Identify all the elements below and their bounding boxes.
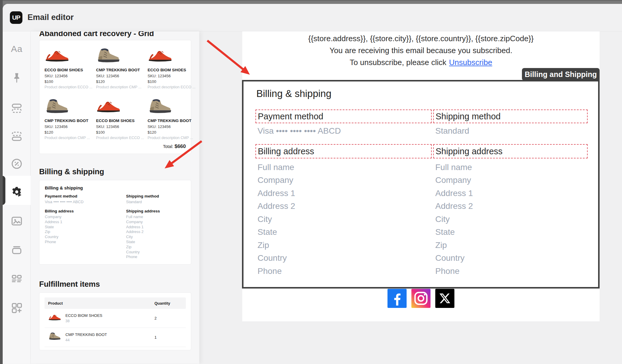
product-sku: SKU: 123456 bbox=[148, 124, 195, 129]
payment-method-value: Visa •••• •••• •••• ABCD bbox=[45, 200, 126, 204]
shipping-address-line: Country bbox=[126, 250, 186, 255]
desktop-backdrop-top bbox=[0, 0, 622, 4]
address-field: Address 1 bbox=[435, 187, 473, 200]
billing-address-line: Address 1 bbox=[45, 220, 126, 225]
fulfillment-product-name: ECCO BIOM SHOES bbox=[65, 313, 102, 318]
product-price: $120 bbox=[148, 130, 195, 135]
payment-method-block[interactable]: Payment method bbox=[255, 109, 432, 123]
payment-method-label: Payment method bbox=[45, 194, 126, 198]
product-name: CMP TREKKING BOOT bbox=[96, 68, 144, 72]
sidebar-item-add-block[interactable] bbox=[3, 301, 31, 315]
up-logo: UP bbox=[10, 11, 22, 24]
payment-method-value: Visa •••• •••• •••• ABCD bbox=[258, 125, 341, 137]
billing-preview-left-column: Payment method Visa •••• •••• •••• ABCD … bbox=[45, 194, 126, 260]
billing-preview-right-column: Shipping method Standard Shipping addres… bbox=[126, 194, 186, 260]
unsubscribe-prefix: To unsubscribe, please click bbox=[350, 58, 446, 67]
shipping-address-line: Zip bbox=[126, 245, 186, 250]
add-block-icon bbox=[10, 301, 23, 314]
product-name: ECCO BIOM SHOES bbox=[148, 68, 195, 72]
product-price: $120 bbox=[45, 130, 92, 135]
facebook-icon[interactable] bbox=[387, 289, 407, 308]
fulfillment-table-header: Product Quantity bbox=[45, 297, 186, 309]
product-cell: ECCO BIOM SHOES SKU: 123456 $100 Product… bbox=[45, 45, 92, 89]
sidebar-item-automation-settings[interactable] bbox=[3, 185, 31, 199]
sidebar-item-footer-section[interactable] bbox=[3, 129, 31, 143]
store-address-line: {{store.address}}, {{store.city}}, {{sto… bbox=[242, 33, 600, 44]
template-card-abandoned-cart-grid[interactable]: ECCO BIOM SHOES SKU: 123456 $100 Product… bbox=[39, 40, 191, 154]
product-cell: ECCO BIOM SHOES SKU: 123456 $100 Product… bbox=[96, 96, 144, 140]
email-footer-text: {{store.address}}, {{store.city}}, {{sto… bbox=[242, 31, 600, 68]
product-price: $100 bbox=[45, 79, 92, 84]
unsubscribe-line: To unsubscribe, please clickUnsubscribe bbox=[242, 56, 600, 68]
address-field: City bbox=[435, 213, 473, 226]
shipping-method-value: Standard bbox=[435, 125, 469, 137]
fulfillment-product-variant: 38 bbox=[65, 319, 102, 323]
product-sku: SKU: 123456 bbox=[45, 124, 92, 129]
billing-address-fields: Full name Company Address 1 Address 2 Ci… bbox=[258, 161, 295, 278]
address-field: State bbox=[435, 226, 473, 239]
product-sku: SKU: 123456 bbox=[96, 74, 144, 78]
address-field: Country bbox=[258, 252, 295, 265]
section-footer-icon bbox=[10, 129, 23, 143]
icon-sidebar: Aa bbox=[3, 31, 31, 364]
product-price: $100 bbox=[148, 79, 195, 84]
billing-shipping-section[interactable]: Billing & shipping Payment method Shippi… bbox=[242, 80, 600, 289]
product-image-boot bbox=[148, 96, 195, 115]
template-card-fulfillment[interactable]: Product Quantity ECCO BIOM SHOES 38 2 bbox=[39, 292, 191, 350]
sidebar-item-header-section[interactable] bbox=[3, 101, 31, 115]
product-description: Product description CMP ... bbox=[148, 136, 195, 140]
product-thumb-sneaker bbox=[48, 312, 61, 324]
selection-badge: Billing and Shipping bbox=[522, 68, 600, 81]
address-field: Phone bbox=[258, 265, 295, 278]
product-cell: CMP TREKKING BOOT SKU: 123456 $120 Produ… bbox=[96, 45, 144, 89]
x-twitter-icon[interactable] bbox=[435, 289, 454, 308]
product-sku: SKU: 123456 bbox=[96, 124, 144, 129]
product-description: Product description CMP ... bbox=[96, 85, 144, 89]
product-description: Product description CMP ... bbox=[45, 136, 92, 140]
cart-total-value: $660 bbox=[174, 144, 186, 149]
shipping-method-label: Shipping method bbox=[434, 112, 501, 121]
shipping-method-label: Shipping method bbox=[126, 194, 186, 198]
sidebar-active-indicator bbox=[3, 176, 5, 205]
address-field: Zip bbox=[258, 239, 295, 252]
fulfillment-product-name: CMP TREKKING BOOT bbox=[65, 332, 107, 337]
address-field: Address 2 bbox=[258, 200, 295, 213]
sidebar-item-discount[interactable] bbox=[3, 157, 31, 171]
page-title: Email editor bbox=[27, 13, 74, 22]
address-field: State bbox=[258, 226, 295, 239]
section-header-icon bbox=[10, 101, 23, 115]
fulfillment-quantity: 1 bbox=[154, 335, 186, 340]
address-field: Address 2 bbox=[435, 200, 473, 213]
sidebar-item-container[interactable] bbox=[3, 243, 31, 257]
app-window: UP Email editor Aa bbox=[3, 4, 622, 364]
product-price: $100 bbox=[96, 130, 144, 135]
address-field: Zip bbox=[435, 239, 473, 252]
shipping-method-block[interactable]: Shipping method bbox=[433, 109, 588, 123]
shipping-address-block[interactable]: Shipping address bbox=[433, 144, 588, 158]
shipping-address-line: Company bbox=[126, 220, 186, 225]
address-field: Phone bbox=[435, 265, 473, 278]
sidebar-item-product-list[interactable] bbox=[3, 272, 31, 286]
product-name: ECCO BIOM SHOES bbox=[96, 118, 144, 123]
sidebar-item-typography[interactable]: Aa bbox=[3, 42, 31, 56]
billing-address-line: Company bbox=[45, 215, 126, 220]
pin-icon bbox=[10, 72, 23, 85]
image-icon bbox=[10, 215, 23, 228]
app-header: UP Email editor bbox=[3, 4, 622, 31]
table-row: ECCO BIOM SHOES 38 2 bbox=[45, 309, 186, 328]
instagram-icon[interactable] bbox=[411, 289, 431, 308]
unsubscribe-link[interactable]: Unsubscribe bbox=[449, 58, 492, 67]
sidebar-item-image[interactable] bbox=[3, 214, 31, 228]
billing-address-block[interactable]: Billing address bbox=[255, 144, 432, 158]
billing-address-label: Billing address bbox=[256, 146, 314, 156]
address-field: Company bbox=[258, 174, 295, 187]
sidebar-item-pinned[interactable] bbox=[3, 71, 31, 85]
templates-panel: Abandoned cart recovery - Grid ECCO BIOM… bbox=[31, 31, 199, 364]
template-card-billing-shipping[interactable]: Billing & shipping Payment method Visa •… bbox=[39, 180, 191, 265]
billing-preview-title: Billing & shipping bbox=[45, 185, 186, 190]
product-cell: CMP TREKKING BOOT SKU: 123456 $120 Produ… bbox=[148, 96, 195, 140]
product-cell: ECCO BIOM SHOES SKU: 123456 $100 Product… bbox=[148, 45, 195, 89]
product-sku: SKU: 123456 bbox=[45, 74, 92, 78]
container-icon bbox=[10, 243, 23, 257]
address-field: Address 1 bbox=[258, 187, 295, 200]
